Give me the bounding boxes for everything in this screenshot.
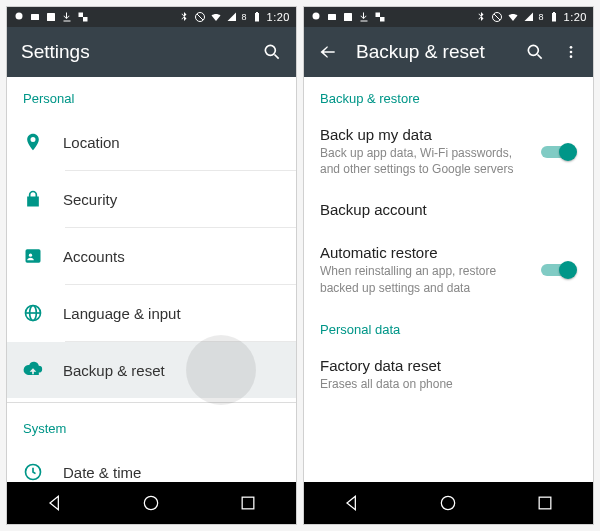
nav-back[interactable] — [45, 493, 65, 513]
phone-left: 8 1:20 Settings Personal Location Securi… — [6, 6, 297, 525]
battery-icon — [548, 11, 560, 23]
svg-point-32 — [570, 55, 573, 58]
clock: 1:20 — [267, 11, 290, 23]
bluetooth-icon — [475, 11, 487, 23]
app-bar: Backup & reset — [304, 27, 593, 77]
wifi-icon — [507, 11, 519, 23]
setting-title: Back up my data — [320, 126, 533, 143]
battery-level: 8 — [539, 12, 544, 22]
setting-title: Factory data reset — [320, 357, 577, 374]
setting-backup-data[interactable]: Back up my data Back up app data, Wi-Fi … — [304, 114, 593, 189]
setting-backup-account[interactable]: Backup account — [304, 189, 593, 232]
settings-item-backup[interactable]: Backup & reset — [7, 342, 296, 398]
lock-icon — [23, 189, 63, 209]
nav-home[interactable] — [438, 493, 458, 513]
settings-item-accounts[interactable]: Accounts — [7, 228, 296, 284]
setting-auto-restore[interactable]: Automatic restore When reinstalling an a… — [304, 232, 593, 307]
dnd-icon — [194, 11, 206, 23]
item-label: Accounts — [63, 248, 280, 265]
svg-rect-21 — [344, 13, 352, 21]
settings-item-security[interactable]: Security — [7, 171, 296, 227]
nav-back[interactable] — [342, 493, 362, 513]
battery-icon — [251, 11, 263, 23]
svg-line-6 — [197, 14, 203, 20]
bluetooth-icon — [178, 11, 190, 23]
search-icon[interactable] — [262, 42, 282, 62]
battery-level: 8 — [242, 12, 247, 22]
setting-factory-reset[interactable]: Factory data reset Erases all data on ph… — [304, 345, 593, 404]
page-title: Settings — [21, 41, 244, 63]
setting-subtitle: Erases all data on phone — [320, 376, 577, 392]
nav-bar — [304, 482, 593, 524]
settings-item-location[interactable]: Location — [7, 114, 296, 170]
globe-icon — [23, 303, 63, 323]
translate-icon — [77, 11, 89, 23]
download-icon — [358, 11, 370, 23]
svg-point-31 — [570, 51, 573, 54]
svg-rect-8 — [256, 12, 258, 13]
location-icon — [23, 132, 63, 152]
svg-rect-20 — [328, 14, 336, 20]
overflow-icon[interactable] — [563, 42, 579, 62]
phone-right: 8 1:20 Backup & reset Backup & restore B… — [303, 6, 594, 525]
item-label: Language & input — [63, 305, 280, 322]
page-title: Backup & reset — [356, 41, 507, 63]
svg-point-33 — [442, 496, 455, 509]
nav-home[interactable] — [141, 493, 161, 513]
toggle-auto-restore[interactable] — [541, 260, 577, 280]
svg-rect-2 — [47, 13, 55, 21]
back-arrow-icon[interactable] — [318, 42, 338, 62]
toggle-backup-data[interactable] — [541, 142, 577, 162]
screenshot-icon — [29, 11, 41, 23]
svg-point-28 — [528, 45, 538, 55]
svg-rect-26 — [552, 13, 556, 22]
svg-rect-3 — [79, 13, 84, 18]
svg-rect-22 — [376, 13, 381, 18]
image-icon — [342, 11, 354, 23]
svg-rect-34 — [539, 497, 551, 509]
hangouts-icon — [13, 11, 25, 23]
section-backup-restore: Backup & restore — [304, 77, 593, 114]
search-icon[interactable] — [525, 42, 545, 62]
svg-rect-23 — [380, 17, 385, 22]
setting-title: Backup account — [320, 201, 577, 218]
svg-point-19 — [313, 13, 320, 20]
hangouts-icon — [310, 11, 322, 23]
svg-rect-11 — [26, 249, 41, 262]
wifi-icon — [210, 11, 222, 23]
svg-line-25 — [494, 14, 500, 20]
svg-line-29 — [538, 55, 542, 59]
backup-icon — [23, 360, 63, 380]
setting-subtitle: When reinstalling an app, restore backed… — [320, 263, 533, 295]
section-personal: Personal — [7, 77, 296, 114]
clock: 1:20 — [564, 11, 587, 23]
dnd-icon — [491, 11, 503, 23]
nav-recent[interactable] — [238, 493, 258, 513]
nav-bar — [7, 482, 296, 524]
item-label: Date & time — [63, 464, 280, 481]
nav-recent[interactable] — [535, 493, 555, 513]
svg-point-0 — [16, 13, 23, 20]
setting-subtitle: Back up app data, Wi-Fi passwords, and o… — [320, 145, 533, 177]
section-system: System — [7, 407, 296, 444]
svg-rect-1 — [31, 14, 39, 20]
touch-ripple — [186, 335, 256, 405]
backup-settings: Backup & restore Back up my data Back up… — [304, 77, 593, 482]
svg-point-9 — [265, 45, 275, 55]
svg-rect-27 — [553, 12, 555, 13]
settings-item-language[interactable]: Language & input — [7, 285, 296, 341]
translate-icon — [374, 11, 386, 23]
download-icon — [61, 11, 73, 23]
clock-icon — [23, 462, 63, 482]
account-icon — [23, 246, 63, 266]
settings-list: Personal Location Security Accounts Lang… — [7, 77, 296, 482]
svg-point-17 — [145, 496, 158, 509]
svg-rect-7 — [255, 13, 259, 22]
status-bar: 8 1:20 — [7, 7, 296, 27]
section-personal-data: Personal data — [304, 308, 593, 345]
svg-rect-4 — [83, 17, 88, 22]
settings-item-datetime[interactable]: Date & time — [7, 444, 296, 482]
svg-point-30 — [570, 46, 573, 49]
svg-point-12 — [29, 254, 32, 257]
item-label: Location — [63, 134, 280, 151]
